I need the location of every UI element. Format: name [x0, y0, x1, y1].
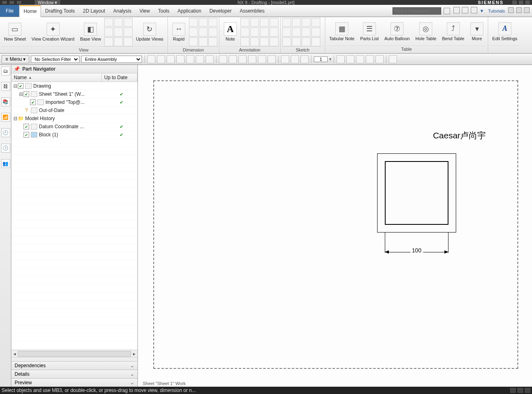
dim-tool-icon[interactable]: [199, 28, 208, 37]
toolbar-icon[interactable]: [167, 55, 175, 63]
toolbar-icon[interactable]: [186, 55, 194, 63]
minimize-button[interactable]: [512, 0, 517, 5]
more-table-button[interactable]: ▾More: [468, 22, 486, 42]
sketch-tool-icon[interactable]: [311, 18, 320, 27]
toolbar-icon[interactable]: [337, 55, 345, 63]
annot-tool-icon[interactable]: [240, 37, 249, 46]
drawing-note-text[interactable]: Caesar卢尚宇: [433, 130, 486, 141]
annot-tool-icon[interactable]: [270, 37, 279, 46]
edit-settings-button[interactable]: AEdit Settings: [490, 22, 520, 42]
toolbar-icon[interactable]: [375, 55, 384, 63]
collapse-icon[interactable]: ⊟: [19, 91, 24, 97]
tutorials-link[interactable]: Tutorials: [488, 9, 505, 13]
sketch-tool-icon[interactable]: [292, 37, 301, 46]
tab-developer[interactable]: Developer: [205, 5, 236, 17]
view-tool-icon[interactable]: [104, 28, 113, 37]
statusbar-icon[interactable]: [525, 388, 530, 393]
sketch-tool-icon[interactable]: [311, 28, 320, 37]
search-icon[interactable]: [444, 8, 450, 14]
pane-dependencies[interactable]: Dependencies⌄: [11, 361, 137, 370]
toolbar-icon[interactable]: [176, 55, 184, 63]
column-uptodate[interactable]: Up to Date: [102, 73, 137, 82]
toolbar-icon[interactable]: [229, 55, 237, 63]
note-button[interactable]: ANote: [221, 22, 240, 42]
toolbar-icon[interactable]: [366, 55, 374, 63]
view-tool-icon[interactable]: [104, 18, 113, 27]
toolbar-icon[interactable]: [147, 55, 155, 63]
help-dropdown-icon[interactable]: ▾: [481, 8, 483, 14]
toolbar-icon[interactable]: [248, 55, 256, 63]
annot-tool-icon[interactable]: [260, 18, 269, 27]
sketch-tool-icon[interactable]: [302, 37, 311, 46]
pane-details[interactable]: Details⌄: [11, 370, 137, 378]
command-search-input[interactable]: [393, 7, 441, 15]
checkbox[interactable]: ✔: [24, 124, 29, 129]
sketch-tool-icon[interactable]: [282, 18, 291, 27]
history-tab-icon[interactable]: 🕒: [1, 144, 10, 153]
tab-analysis[interactable]: Analysis: [109, 5, 135, 17]
collapse-icon[interactable]: ⊟: [13, 116, 18, 121]
selection-scope-dropdown[interactable]: Entire Assembly: [81, 56, 142, 63]
base-view-button[interactable]: ◧Base View: [77, 22, 103, 42]
view-tool-icon[interactable]: [114, 18, 123, 27]
collapse-icon[interactable]: ⊟: [13, 83, 18, 89]
drawing-canvas[interactable]: Caesar卢尚宇 100 Sheet "Sheet 1" Work: [138, 65, 532, 387]
annot-tool-icon[interactable]: [250, 28, 259, 37]
hole-table-button[interactable]: ◎Hole Table: [413, 22, 439, 42]
annot-tool-icon[interactable]: [270, 28, 279, 37]
doc-minimize-button[interactable]: [508, 7, 514, 13]
tree-row-drawing[interactable]: ⊟ ✔ Drawing: [11, 82, 137, 90]
dim-tool-icon[interactable]: [208, 28, 217, 37]
annot-tool-icon[interactable]: [270, 18, 279, 27]
annot-tool-icon[interactable]: [240, 18, 249, 27]
bend-table-button[interactable]: ⤴Bend Table: [440, 22, 467, 42]
dim-tool-icon[interactable]: [199, 18, 208, 27]
dim-tool-icon[interactable]: [189, 28, 198, 37]
view-tool-icon[interactable]: [104, 37, 113, 46]
tab-application[interactable]: Application: [174, 5, 206, 17]
toolbar-icon[interactable]: [300, 55, 309, 63]
tree-row-model-history[interactable]: ⊟ 📁 Model History: [11, 114, 137, 123]
tree-row-outofdate[interactable]: ? Out-of-Date: [11, 106, 137, 114]
rapid-dimension-button[interactable]: ↔Rapid: [169, 22, 188, 42]
dim-tool-icon[interactable]: [189, 37, 198, 46]
tree-row-block[interactable]: ✔ Block (1): [11, 131, 137, 139]
view-tool-icon[interactable]: [114, 37, 123, 46]
view-tool-icon[interactable]: [124, 28, 133, 37]
statusbar-icon[interactable]: [517, 388, 523, 393]
qat-icon[interactable]: [9, 0, 15, 4]
sketch-tool-icon[interactable]: [302, 28, 311, 37]
scroll-left-icon[interactable]: ◂: [11, 351, 18, 357]
file-menu[interactable]: File: [0, 5, 19, 17]
tree-row-datum[interactable]: ✔ Datum Coordinate ...: [11, 123, 137, 131]
update-views-button[interactable]: ↻Update Views: [133, 22, 166, 42]
dim-tool-icon[interactable]: [189, 18, 198, 27]
checkbox[interactable]: ✔: [24, 91, 29, 97]
toggle-icon[interactable]: [453, 7, 460, 13]
tab-assemblies[interactable]: Assemblies: [236, 5, 268, 17]
tab-view[interactable]: View: [135, 5, 154, 17]
dim-tool-icon[interactable]: [199, 37, 208, 46]
tabular-note-button[interactable]: ▦Tabular Note: [327, 22, 357, 42]
toolbar-icon[interactable]: [206, 55, 214, 63]
qat-icon[interactable]: [2, 0, 7, 4]
toolbar-icon[interactable]: [346, 55, 354, 63]
annot-tool-icon[interactable]: [260, 28, 269, 37]
help-icon[interactable]: [471, 7, 477, 13]
chevron-down-icon[interactable]: ▾: [329, 57, 331, 61]
sketch-tool-icon[interactable]: [282, 28, 291, 37]
tab-tools[interactable]: Tools: [154, 5, 174, 17]
statusbar-icon[interactable]: [510, 388, 516, 393]
annot-tool-icon[interactable]: [250, 37, 259, 46]
tab-drafting-tools[interactable]: Drafting Tools: [41, 5, 79, 17]
sketch-tool-icon[interactable]: [282, 37, 291, 46]
checkbox[interactable]: ✔: [30, 99, 36, 105]
view-tool-icon[interactable]: [124, 37, 133, 46]
sketch-tool-icon[interactable]: [292, 18, 301, 27]
sketch-tool-icon[interactable]: [292, 28, 301, 37]
parts-list-button[interactable]: ☰Parts List: [358, 22, 381, 42]
drawing-view[interactable]: [377, 153, 456, 233]
toolbar-icon[interactable]: [389, 55, 397, 63]
checkbox[interactable]: ✔: [24, 132, 29, 138]
doc-restore-button[interactable]: [516, 7, 522, 13]
